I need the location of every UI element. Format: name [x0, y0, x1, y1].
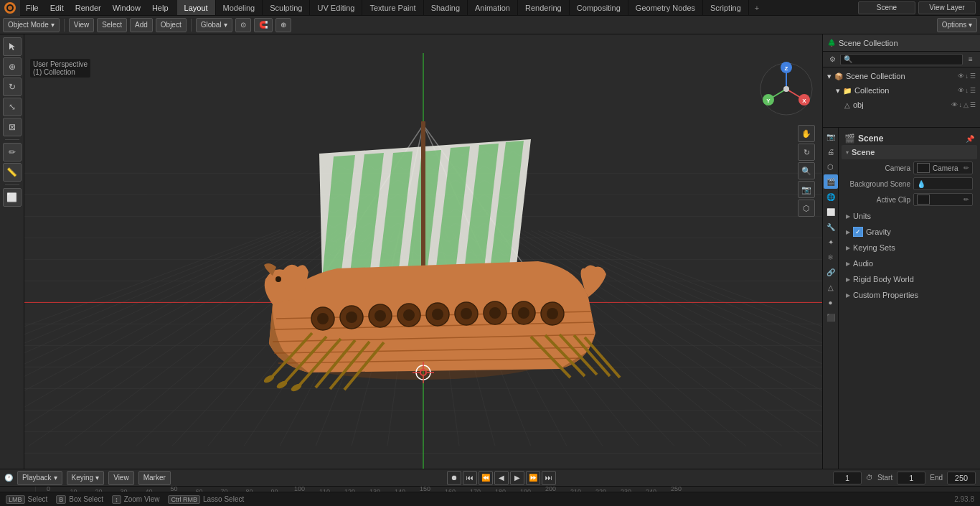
- gravity-checkbox[interactable]: ✓: [853, 227, 863, 237]
- add-workspace-button[interactable]: +: [749, 0, 765, 15]
- playback-menu[interactable]: Playback ▾: [17, 471, 62, 485]
- marker-menu[interactable]: Marker: [138, 471, 171, 485]
- jump-to-end-btn[interactable]: ⏭: [542, 471, 556, 485]
- view-layer-selector[interactable]: View Layer: [918, 1, 976, 14]
- gravity-section-header[interactable]: ▶ ✓ Gravity: [842, 225, 977, 239]
- options-btn[interactable]: Options ▾: [937, 18, 977, 32]
- viewport-camera-view[interactable]: 📷: [798, 181, 815, 198]
- outliner-collection[interactable]: ▾ 📁 Collection 👁 ↓ ☰: [831, 83, 980, 98]
- obj-hide-btn[interactable]: ☰: [970, 101, 976, 108]
- prop-tab-modifier[interactable]: 🔧: [824, 220, 838, 234]
- transform-tool[interactable]: ⊠: [3, 118, 22, 136]
- audio-section-header[interactable]: ▶ Audio: [842, 256, 977, 271]
- rigid-body-header[interactable]: ▶ Rigid Body World: [842, 272, 977, 286]
- end-frame-input[interactable]: [947, 472, 976, 484]
- tab-geometry-nodes[interactable]: Geometry Nodes: [628, 0, 703, 15]
- prop-tab-physics[interactable]: ⚛: [824, 250, 838, 264]
- units-section-header[interactable]: ▶ Units: [842, 209, 977, 223]
- scene-selector[interactable]: Scene: [858, 1, 915, 14]
- scene-pin-btn[interactable]: 📌: [966, 135, 974, 143]
- keying-menu[interactable]: Keying ▾: [67, 471, 105, 485]
- tab-sculpting[interactable]: Sculpting: [263, 0, 310, 15]
- timeline-icon[interactable]: 🕐: [4, 474, 13, 482]
- play-reverse-btn[interactable]: ◀: [494, 471, 509, 485]
- prop-tab-view-layer[interactable]: ⬡: [824, 159, 838, 174]
- rotate-tool[interactable]: ↻: [3, 78, 22, 96]
- outliner-obj[interactable]: △ obj 👁 ↓ △ ☰: [840, 98, 980, 112]
- menu-edit[interactable]: Edit: [44, 0, 70, 15]
- scale-tool[interactable]: ⤡: [3, 98, 22, 116]
- object-mode-dropdown[interactable]: Object Mode ▾: [3, 18, 60, 32]
- collection-hide-btn[interactable]: ☰: [970, 87, 976, 94]
- tab-rendering[interactable]: Rendering: [518, 0, 570, 15]
- prop-tab-output[interactable]: 🖨: [824, 144, 838, 159]
- tab-animation[interactable]: Animation: [468, 0, 518, 15]
- prop-tab-scene[interactable]: 🎬: [824, 174, 838, 189]
- select-menu[interactable]: Select: [97, 18, 127, 32]
- menu-file[interactable]: File: [20, 0, 44, 15]
- view-menu-timeline[interactable]: View: [108, 471, 134, 485]
- menu-help[interactable]: Help: [146, 0, 174, 15]
- play-btn[interactable]: ▶: [510, 471, 524, 485]
- annotate-tool[interactable]: ✏: [3, 143, 22, 161]
- scene-section-header[interactable]: ▾ Scene: [842, 145, 977, 159]
- tab-modeling[interactable]: Modeling: [216, 0, 263, 15]
- prop-tab-object-data[interactable]: △: [824, 280, 838, 294]
- measure-tool[interactable]: 📏: [3, 163, 22, 182]
- prop-tab-texture[interactable]: ⬛: [824, 310, 838, 324]
- current-frame-input[interactable]: [833, 472, 862, 484]
- tab-texture-paint[interactable]: Texture Paint: [362, 0, 423, 15]
- tab-uv-editing[interactable]: UV Editing: [310, 0, 362, 15]
- step-back-btn[interactable]: ⏪: [479, 471, 493, 485]
- cursor-tool[interactable]: [3, 37, 22, 56]
- prop-tab-material[interactable]: ●: [824, 295, 838, 309]
- outliner-hide-btn[interactable]: ☰: [970, 72, 976, 80]
- prop-tab-render[interactable]: 📷: [824, 129, 838, 144]
- frame-timer-icon[interactable]: ⏱: [866, 474, 873, 482]
- viewport-render-mode[interactable]: ⬡: [798, 200, 815, 217]
- outliner-scene-collection[interactable]: ▾ 📦 Scene Collection 👁 ↓ ☰: [823, 69, 980, 83]
- collection-select-btn[interactable]: ↓: [966, 87, 969, 94]
- viewport-hand-tool[interactable]: ✋: [798, 125, 815, 142]
- transform-pivot-btn[interactable]: ⊙: [235, 18, 251, 32]
- jump-to-start-btn[interactable]: ⏮: [463, 471, 477, 485]
- outliner-filter-btn[interactable]: ⚙: [826, 53, 839, 66]
- collection-view-btn[interactable]: 👁: [958, 87, 964, 94]
- background-scene-field[interactable]: 💧: [913, 177, 973, 190]
- prop-tab-constraints[interactable]: 🔗: [824, 265, 838, 279]
- transform-space-dropdown[interactable]: Global ▾: [196, 18, 232, 32]
- prop-tab-object[interactable]: ⬜: [824, 205, 838, 219]
- obj-view-btn[interactable]: 👁: [951, 101, 958, 108]
- menu-window[interactable]: Window: [107, 0, 146, 15]
- menu-render[interactable]: Render: [70, 0, 107, 15]
- viewport-3d[interactable]: User Perspective (1) Collection Z X: [24, 34, 822, 469]
- active-clip-field[interactable]: ✏: [913, 193, 973, 206]
- outliner-search-input[interactable]: [840, 54, 963, 65]
- move-tool[interactable]: ⊕: [3, 57, 22, 76]
- camera-value-field[interactable]: Camera ✏: [913, 161, 973, 174]
- navigation-gizmo[interactable]: Z X Y: [758, 60, 815, 118]
- add-cube-tool[interactable]: ⬜: [3, 188, 22, 207]
- obj-select-btn[interactable]: ↓: [959, 101, 963, 108]
- active-clip-edit-btn[interactable]: ✏: [963, 196, 969, 203]
- background-scene-eyedropper[interactable]: 💧: [917, 180, 925, 188]
- tab-compositing[interactable]: Compositing: [570, 0, 628, 15]
- step-forward-btn[interactable]: ⏩: [526, 471, 540, 485]
- start-frame-input[interactable]: [897, 472, 925, 484]
- outliner-options-btn[interactable]: ≡: [964, 53, 977, 66]
- viewport-rotate-tool[interactable]: ↻: [798, 144, 815, 161]
- keying-sets-header[interactable]: ▶ Keying Sets: [842, 240, 977, 255]
- object-menu[interactable]: Object: [156, 18, 187, 32]
- outliner-view-btn[interactable]: 👁: [958, 72, 964, 80]
- tab-layout[interactable]: Layout: [177, 0, 216, 15]
- custom-props-header[interactable]: ▶ Custom Properties: [842, 288, 977, 302]
- outliner-select-btn[interactable]: ↓: [966, 72, 969, 80]
- viewport-zoom-in[interactable]: 🔍: [798, 162, 815, 179]
- tab-scripting[interactable]: Scripting: [703, 0, 749, 15]
- camera-edit-btn[interactable]: ✏: [963, 164, 969, 172]
- record-btn[interactable]: ⏺: [447, 471, 461, 485]
- add-menu[interactable]: Add: [130, 18, 153, 32]
- view-menu[interactable]: View: [69, 18, 95, 32]
- viking-ship-object[interactable]: [179, 89, 667, 434]
- tab-shading[interactable]: Shading: [424, 0, 468, 15]
